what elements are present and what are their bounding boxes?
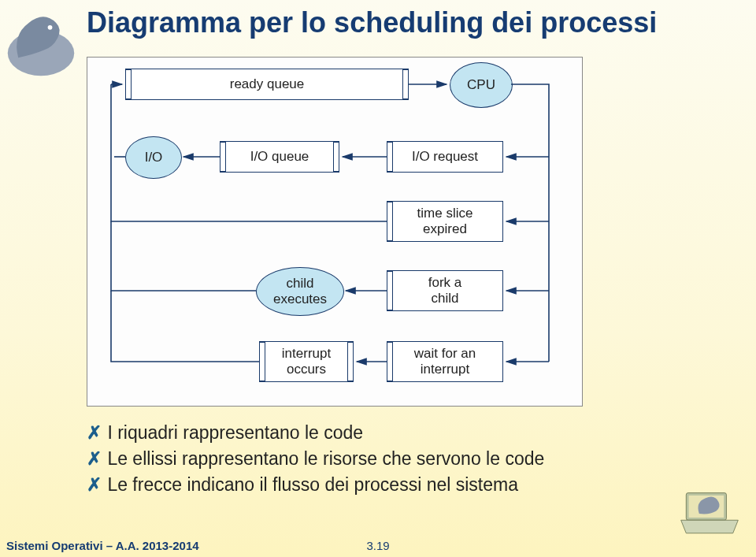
bullet-icon: ✗ [87,474,102,496]
page-title: Diagramma per lo scheduling dei processi [87,6,657,39]
bullet-text: Le frecce indicano il flusso dei process… [107,474,518,495]
footer-page-number: 3.19 [366,539,389,552]
dinosaur-laptop-icon [674,488,745,540]
arrows-icon [87,58,582,406]
list-item: ✗ Le ellissi rappresentano le risorse ch… [87,448,669,470]
dinosaur-logo-icon [3,3,79,82]
svg-point-1 [48,25,53,30]
footer-course: Sistemi Operativi – A.A. 2013-2014 [6,539,199,552]
bullet-text: Le ellissi rappresentano le risorse che … [107,448,544,469]
list-item: ✗ I riquadri rappresentano le code [87,422,669,444]
bullet-text: I riquadri rappresentano le code [107,422,363,443]
bullet-icon: ✗ [87,448,102,470]
bullet-icon: ✗ [87,422,102,444]
bullet-list: ✗ I riquadri rappresentano le code ✗ Le … [87,418,669,500]
svg-marker-18 [681,520,739,533]
list-item: ✗ Le frecce indicano il flusso dei proce… [87,474,669,496]
scheduling-diagram: ready queue CPU I/O I/O queue I/O reques… [87,57,583,407]
